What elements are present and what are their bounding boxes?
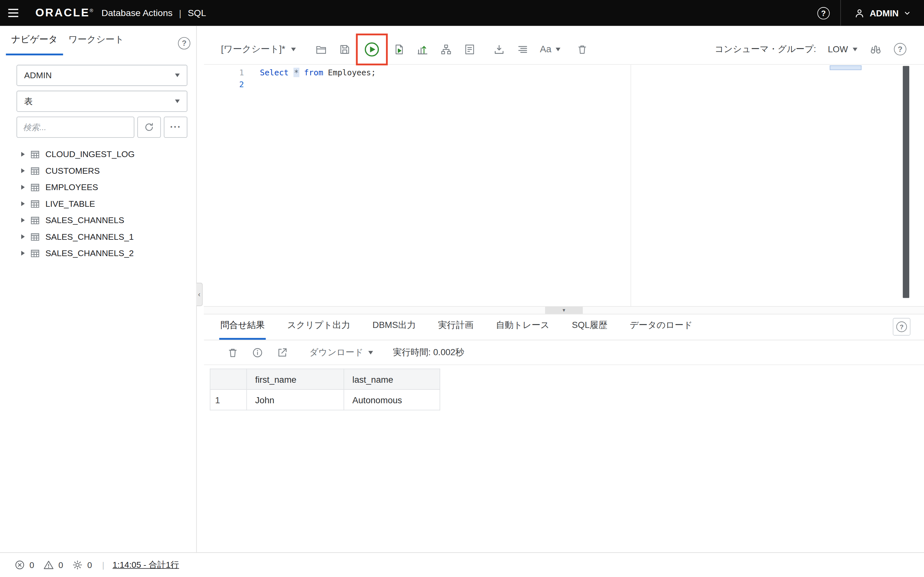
chevron-down-icon	[903, 9, 911, 17]
errors-status[interactable]: 0	[14, 559, 34, 571]
worksheet-selector[interactable]: [ワークシート]*	[221, 43, 296, 55]
open-in-new-button[interactable]	[276, 342, 288, 362]
sidebar-help-icon[interactable]	[178, 37, 191, 50]
tasks-status[interactable]: 0	[72, 559, 92, 571]
gear-icon	[72, 559, 83, 571]
tab-explain-plan[interactable]: 実行計画	[437, 313, 475, 340]
trash-icon	[576, 43, 588, 55]
format-button[interactable]	[513, 39, 533, 59]
run-script-button[interactable]	[389, 39, 409, 59]
product-name: Database Actions	[102, 8, 173, 18]
format-icon	[517, 43, 529, 55]
expand-caret-icon[interactable]	[21, 251, 25, 255]
save-button[interactable]	[334, 39, 355, 59]
external-link-icon	[276, 347, 288, 358]
sidebar-tabs: ナビゲータ ワークシート	[0, 26, 196, 55]
schema-select[interactable]: ADMIN	[16, 65, 187, 86]
refresh-button[interactable]	[137, 117, 161, 138]
search-input[interactable]	[16, 117, 134, 138]
result-grid-container: first_name last_name 1 John Autonomous	[204, 365, 924, 552]
tree-item-sales-channels-2[interactable]: SALES_CHANNELS_2	[0, 245, 196, 261]
line-number-gutter: 1 2	[204, 65, 260, 306]
table-row[interactable]: 1 John Autonomous	[210, 390, 440, 410]
execution-time: 実行時間: 0.002秒	[393, 347, 464, 358]
error-circle-icon	[14, 559, 25, 571]
grid-column-header-last-name[interactable]: last_name	[344, 369, 440, 390]
expand-caret-icon[interactable]	[21, 152, 25, 157]
serveroutput-button[interactable]	[460, 39, 480, 59]
object-type-select[interactable]: 表	[16, 91, 187, 112]
status-bar: 0 0 0 | 1:14:05 - 合計1行	[0, 552, 924, 577]
editor-vertical-scrollbar[interactable]	[903, 66, 909, 298]
result-info-button[interactable]	[252, 342, 263, 362]
tab-sql-history[interactable]: SQL履歴	[571, 313, 609, 340]
tab-data-load[interactable]: データのロード	[628, 313, 694, 340]
download-label: ダウンロード	[309, 347, 363, 358]
more-options-button[interactable]	[164, 117, 187, 138]
tree-item-sales-channels[interactable]: SALES_CHANNELS	[0, 212, 196, 228]
font-size-label: Aa	[540, 44, 551, 55]
warnings-status[interactable]: 0	[43, 559, 63, 571]
autotrace-button[interactable]	[436, 39, 456, 59]
refresh-icon	[144, 122, 154, 132]
navigator-sidebar: ナビゲータ ワークシート ADMIN 表	[0, 26, 197, 552]
chevron-down-icon	[368, 351, 373, 354]
grid-cell-last-name[interactable]: Autonomous	[344, 390, 440, 410]
help-icon[interactable]	[817, 7, 830, 19]
expand-caret-icon[interactable]	[21, 218, 25, 223]
clear-results-button[interactable]	[227, 342, 239, 362]
tab-autotrace[interactable]: 自動トレース	[495, 313, 551, 340]
tab-navigator[interactable]: ナビゲータ	[6, 26, 63, 55]
expand-caret-icon[interactable]	[21, 201, 25, 206]
tree-item-sales-channels-1[interactable]: SALES_CHANNELS_1	[0, 229, 196, 245]
grid-corner-header[interactable]	[210, 369, 247, 390]
schema-select-value: ADMIN	[24, 71, 52, 80]
tree-item-label: EMPLOYEES	[45, 182, 98, 192]
run-icon	[365, 42, 379, 56]
table-icon	[30, 215, 40, 225]
grid-column-header-first-name[interactable]: first_name	[247, 369, 344, 390]
consumer-group-label: コンシューマ・グループ:	[715, 44, 816, 55]
hamburger-menu-icon[interactable]	[0, 0, 26, 26]
open-file-button[interactable]	[311, 39, 331, 59]
user-menu[interactable]: ADMIN	[841, 7, 924, 19]
sidebar-collapse-handle[interactable]	[196, 283, 203, 306]
run-statement-button[interactable]	[362, 39, 382, 59]
tree-item-employees[interactable]: EMPLOYEES	[0, 179, 196, 195]
tab-script-output[interactable]: スクリプト出力	[286, 313, 351, 340]
results-toolbar: ダウンロード 実行時間: 0.002秒	[204, 340, 924, 365]
worksheet-help-icon[interactable]	[894, 43, 906, 55]
tab-worksheet[interactable]: ワークシート	[63, 26, 129, 55]
grid-cell-first-name[interactable]: John	[247, 390, 344, 410]
expand-caret-icon[interactable]	[21, 168, 25, 173]
code-content[interactable]: Select*fromEmployees;	[260, 65, 924, 306]
consumer-group-value: LOW	[828, 44, 848, 54]
tree-item-label: SALES_CHANNELS_2	[45, 248, 134, 258]
oracle-logo: ORACLE®	[35, 6, 94, 19]
panel-collapse-handle[interactable]	[545, 307, 583, 314]
expand-caret-icon[interactable]	[21, 185, 25, 190]
expand-caret-icon[interactable]	[21, 234, 25, 239]
status-divider: |	[102, 560, 104, 570]
panel-splitter	[204, 306, 924, 314]
explain-plan-icon	[417, 43, 429, 55]
find-icon[interactable]	[869, 43, 882, 55]
clear-worksheet-button[interactable]	[572, 39, 592, 59]
tree-item-customers[interactable]: CUSTOMERS	[0, 163, 196, 179]
object-type-select-value: 表	[24, 95, 33, 107]
sql-editor[interactable]: 1 2 Select*fromEmployees;	[204, 65, 924, 306]
download-editor-button[interactable]	[489, 39, 509, 59]
grid-row-number[interactable]: 1	[210, 390, 247, 410]
execution-summary-link[interactable]: 1:14:05 - 合計1行	[113, 559, 179, 571]
tab-query-result[interactable]: 問合せ結果	[219, 313, 266, 340]
results-help-button[interactable]	[893, 318, 911, 335]
font-size-button[interactable]: Aa	[536, 39, 564, 59]
tree-item-cloud-ingest-log[interactable]: CLOUD_INGEST_LOG	[0, 146, 196, 163]
download-results-button[interactable]: ダウンロード	[306, 346, 376, 359]
worksheet-toolbar: [ワークシート]*	[204, 34, 924, 65]
tab-dbms-output[interactable]: DBMS出力	[371, 313, 417, 340]
tree-item-live-table[interactable]: LIVE_TABLE	[0, 195, 196, 212]
sql-keyword: Select	[260, 68, 289, 77]
explain-plan-button[interactable]	[413, 39, 433, 59]
consumer-group-select[interactable]: LOW	[828, 44, 857, 54]
